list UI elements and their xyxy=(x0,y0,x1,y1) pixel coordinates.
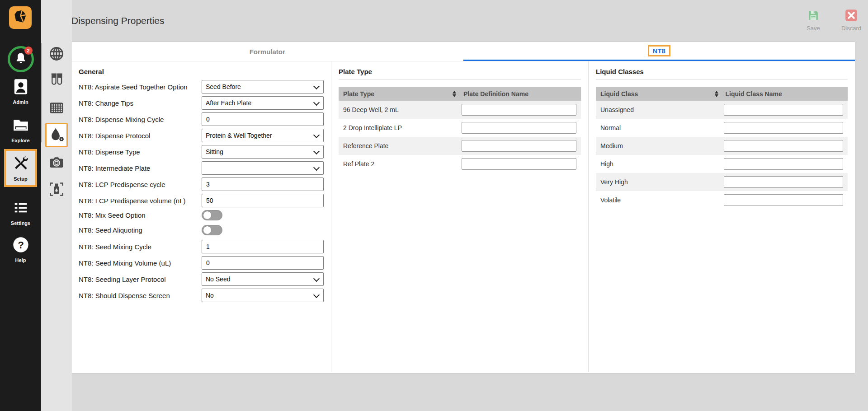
plate-type-name: Reference Plate xyxy=(343,142,460,149)
discard-button[interactable]: Discard xyxy=(838,9,864,32)
form-row: NT8: Change Tips After Each Plate xyxy=(79,96,324,110)
list-icon xyxy=(11,198,31,218)
field-label: NT8: Dispense Type xyxy=(79,148,202,156)
table-row: Very High xyxy=(596,173,848,191)
change-tips-select[interactable]: After Each Plate xyxy=(202,96,324,110)
table-row: High xyxy=(596,155,848,173)
table-row: Normal xyxy=(596,119,848,137)
seeding-layer-protocol-select[interactable]: No Seed xyxy=(202,272,324,286)
column-header: Plate Definition Name xyxy=(462,90,576,98)
liquid-class-name-input-2[interactable] xyxy=(724,140,844,152)
liquid-class-name-input-1[interactable] xyxy=(724,122,844,134)
save-button[interactable]: Save xyxy=(800,9,826,32)
sort-icon[interactable] xyxy=(715,91,718,97)
plate-definition-input-1[interactable] xyxy=(462,122,576,134)
field-label: NT8: Change Tips xyxy=(79,99,202,107)
aspirate-seed-together-select[interactable]: Seed Before xyxy=(202,80,324,93)
tab-formulator-label: Formulator xyxy=(250,48,285,56)
plate-type-table-header: Plate Type Plate Definition Name xyxy=(339,87,581,101)
discard-label: Discard xyxy=(841,25,861,32)
form-row: NT8: Seed Mixing Volume (uL) xyxy=(79,256,324,270)
intermediate-plate-select[interactable] xyxy=(202,161,324,175)
liquid-class-name: Very High xyxy=(600,178,722,186)
folder-icon xyxy=(11,115,31,135)
tab-nt8[interactable]: NT8 xyxy=(463,42,855,61)
lcp-predispense-cycle-input[interactable] xyxy=(202,177,324,191)
page-title: Dispensing Properties xyxy=(71,15,164,26)
sidebar-item-label: Explore xyxy=(11,138,29,143)
form-row: NT8: Intermediate Plate xyxy=(79,161,324,175)
lcp-predispense-volume-input[interactable] xyxy=(202,194,324,207)
seed-mixing-cycle-input[interactable] xyxy=(202,240,324,253)
general-heading: General xyxy=(79,68,324,75)
save-floppy-icon xyxy=(807,9,820,23)
form-row: NT8: Mix Seed Option xyxy=(79,210,324,220)
tools-icon xyxy=(12,154,29,173)
dispense-protocol-select[interactable]: Protein & Well Together xyxy=(202,129,324,142)
bottle-icon[interactable] xyxy=(46,179,67,200)
table-row: 96 Deep Well, 2 mL xyxy=(339,101,581,119)
tab-nt8-label: NT8 xyxy=(648,45,670,56)
dispense-droplet-gear-icon[interactable] xyxy=(45,123,68,147)
liquid-classes-heading: Liquid Classes xyxy=(596,68,848,75)
field-label: NT8: Intermediate Plate xyxy=(79,164,202,172)
sidebar-item-explore[interactable]: Explore xyxy=(0,115,41,143)
field-label: NT8: LCP Predispense cycle xyxy=(79,181,202,188)
field-label: NT8: Seeding Layer Protocol xyxy=(79,276,202,283)
sidebar-item-label: Help xyxy=(15,257,26,263)
field-label: NT8: Mix Seed Option xyxy=(79,211,202,219)
logo-gem-icon xyxy=(12,8,29,27)
form-row: NT8: Dispense Mixing Cycle xyxy=(79,112,324,126)
subnav-scrollbar[interactable] xyxy=(41,43,42,142)
liquid-class-name-input-4[interactable] xyxy=(724,176,844,188)
sidebar-item-setup[interactable]: Setup xyxy=(4,149,37,187)
toggle-knob xyxy=(203,211,212,220)
form-row: NT8: Seeding Layer Protocol No Seed xyxy=(79,272,324,286)
sidebar-item-label: Setup xyxy=(14,176,28,182)
form-row: NT8: Should Dispense Screen No xyxy=(79,289,324,302)
plate-definition-input-0[interactable] xyxy=(462,104,576,116)
plate-definition-input-3[interactable] xyxy=(462,158,576,170)
table-row: Medium xyxy=(596,137,848,155)
seed-aliquoting-toggle[interactable] xyxy=(202,225,222,235)
divider xyxy=(339,79,581,79)
field-label: NT8: Aspirate Seed Together Option xyxy=(79,83,202,91)
form-row: NT8: Dispense Type Sitting xyxy=(79,145,324,159)
liquid-class-name-input-3[interactable] xyxy=(724,158,844,170)
plate-grid-icon[interactable] xyxy=(46,98,67,118)
column-header: Plate Type xyxy=(343,90,374,98)
camera-icon[interactable] xyxy=(46,152,67,173)
sidebar: 2 Admin Explore xyxy=(0,0,41,411)
liquid-class-name-input-0[interactable] xyxy=(724,104,844,116)
dispense-type-select[interactable]: Sitting xyxy=(202,145,324,159)
dispense-mixing-cycle-input[interactable] xyxy=(202,112,324,126)
divider xyxy=(596,79,848,79)
test-tubes-icon[interactable] xyxy=(46,70,67,90)
table-row: Unassigned xyxy=(596,101,848,119)
plate-type-section: Plate Type Plate Type Plate Definition N… xyxy=(331,61,588,372)
sort-icon[interactable] xyxy=(453,91,456,97)
liquid-class-name: Unassigned xyxy=(600,106,722,113)
save-label: Save xyxy=(807,25,820,32)
liquid-classes-section: Liquid Classes Liquid Class Liquid Class… xyxy=(588,61,855,372)
plate-type-name: 2 Drop Intelliplate LP xyxy=(343,124,460,131)
globe-icon[interactable] xyxy=(46,43,67,64)
setup-subnav xyxy=(41,0,72,411)
card-content: General NT8: Aspirate Seed Together Opti… xyxy=(71,61,855,372)
sidebar-item-settings[interactable]: Settings xyxy=(0,198,41,226)
field-label: NT8: Dispense Mixing Cycle xyxy=(79,116,202,123)
form-row: NT8: Seed Mixing Cycle xyxy=(79,240,324,253)
sidebar-item-help[interactable]: ? Help xyxy=(0,235,41,263)
plate-definition-input-2[interactable] xyxy=(462,140,576,152)
mix-seed-option-toggle[interactable] xyxy=(202,210,222,220)
should-dispense-screen-select[interactable]: No xyxy=(202,289,324,302)
seed-mixing-volume-input[interactable] xyxy=(202,256,324,270)
sidebar-item-admin[interactable]: Admin xyxy=(0,77,41,105)
sidebar-item-label: Settings xyxy=(11,220,30,226)
column-header: Liquid Class xyxy=(600,90,638,98)
notification-badge: 2 xyxy=(24,47,33,55)
help-icon: ? xyxy=(11,235,31,255)
tab-formulator[interactable]: Formulator xyxy=(71,42,463,61)
notifications-button[interactable]: 2 xyxy=(8,46,34,72)
liquid-class-name-input-5[interactable] xyxy=(724,194,844,206)
